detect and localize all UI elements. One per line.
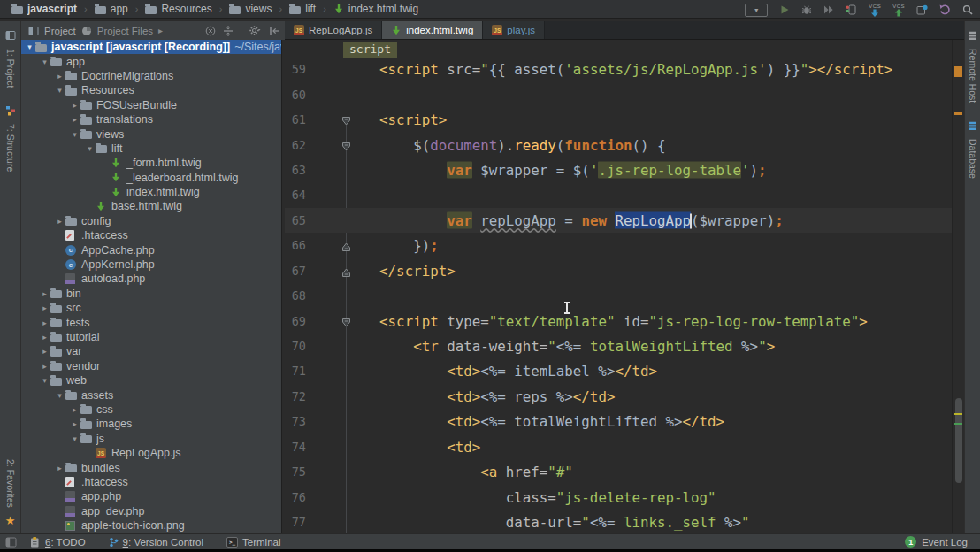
tree-item[interactable]: ▸tutorial [21, 330, 281, 344]
stripe-button-1-project[interactable]: 1: Project [5, 28, 16, 88]
tree-item[interactable]: ▸bin [21, 287, 281, 301]
tree-item[interactable]: autoload.php [21, 272, 281, 286]
tool-window-switcher-icon[interactable] [5, 537, 17, 548]
statusbar-terminal-button[interactable]: >_Terminal [226, 535, 280, 549]
code-line[interactable]: 65 var repLogApp = new RepLogApp($wrappe… [285, 208, 952, 233]
tree-chevron-icon[interactable]: ▾ [84, 144, 96, 153]
tree-chevron-icon[interactable]: ▸ [54, 464, 65, 472]
breadcrumb-item[interactable]: app [92, 2, 131, 16]
search-button[interactable] [962, 3, 973, 17]
tree-chevron-icon[interactable]: ▾ [69, 434, 80, 443]
breadcrumb-item[interactable]: javascript [9, 2, 80, 16]
collapse-icon[interactable] [205, 25, 216, 37]
hide-icon[interactable] [269, 25, 279, 37]
tree-item[interactable]: ▾web [21, 373, 281, 387]
green-mark[interactable] [954, 423, 962, 425]
tree-chevron-icon[interactable]: ▸ [39, 318, 50, 327]
tree-item[interactable]: .htaccess [21, 475, 281, 489]
code-line[interactable]: 68 [285, 283, 952, 308]
tree-item[interactable]: ▾lift [21, 142, 281, 156]
tree-chevron-icon[interactable]: ▾ [24, 42, 35, 51]
tree-item[interactable]: ▾assets [21, 387, 281, 402]
tree-item[interactable]: ▸translations [21, 112, 281, 126]
error-stripe-scrollbar[interactable] [952, 40, 964, 533]
tree-item[interactable]: ▸DoctrineMigrations [21, 69, 281, 83]
chevron-right-icon[interactable]: ▸ [158, 26, 163, 35]
tree-item[interactable]: ▸css [21, 402, 281, 417]
code-line[interactable]: 59 <script src="{{ asset('assets/js/RepL… [285, 57, 952, 81]
tree-chevron-icon[interactable]: ▸ [39, 303, 50, 312]
tree-chevron-icon[interactable]: ▸ [39, 362, 50, 371]
tree-item[interactable]: _form.html.twig [21, 156, 281, 170]
tree-item[interactable]: base.html.twig [21, 199, 281, 213]
statusbar-todo-button[interactable]: 6: TODO [29, 535, 86, 549]
tree-chevron-icon[interactable]: ▸ [39, 347, 50, 356]
run-button[interactable] [779, 3, 790, 17]
tree-item[interactable]: JSRepLogApp.js [21, 446, 281, 460]
tree-item[interactable]: ▾views [21, 126, 281, 141]
tree-chevron-icon[interactable]: ▸ [54, 72, 65, 80]
stripe-button-database[interactable]: Database [968, 119, 978, 179]
breadcrumb-item[interactable]: index.html.twig [331, 2, 421, 16]
code-line[interactable]: 76 class="js-delete-rep-log" [285, 484, 952, 509]
fold-marker-icon[interactable] [341, 140, 351, 150]
coverage-button[interactable] [823, 3, 834, 17]
settings-icon[interactable] [249, 25, 262, 37]
tree-item[interactable]: ▸config [21, 214, 281, 228]
code-line[interactable]: 73 <td><%= totalWeightLifted %></td> [285, 409, 952, 433]
collapse-all-icon[interactable] [223, 25, 234, 37]
tree-chevron-icon[interactable]: ▾ [69, 130, 80, 139]
tab-play.js[interactable]: JSplay.js [483, 21, 545, 39]
code-line[interactable]: 64 [285, 182, 952, 207]
fold-marker-icon[interactable] [341, 265, 351, 276]
tree-item[interactable]: cAppKernel.php [21, 257, 281, 272]
stripe-button-remote-host[interactable]: Remote Host [968, 28, 978, 103]
tree-chevron-icon[interactable]: ▸ [39, 289, 50, 298]
tree-chevron-icon[interactable]: ▾ [39, 376, 50, 385]
tree-chevron-icon[interactable]: ▸ [54, 217, 65, 226]
tree-item[interactable]: .htaccess [21, 228, 281, 242]
breadcrumb-item[interactable]: views [226, 2, 274, 16]
code-line[interactable]: 75 <a href="#" [285, 459, 952, 484]
code-line[interactable]: 72 <td><%= reps %></td> [285, 384, 952, 409]
tree-item[interactable]: ▸images [21, 417, 281, 431]
tree-chevron-icon[interactable]: ▾ [54, 391, 65, 400]
tab-RepLogApp.js[interactable]: JSRepLogApp.js [285, 21, 382, 39]
tree-item[interactable]: ▸bundles [21, 460, 281, 474]
tree-item[interactable]: ▾Resources [21, 83, 281, 97]
tree-chevron-icon[interactable]: ▸ [39, 333, 50, 341]
yellow-mark[interactable] [954, 413, 962, 415]
code-line[interactable]: 61 <script> [285, 107, 952, 132]
event-log-button[interactable]: 1 Event Log [905, 536, 980, 548]
tree-item[interactable]: ▸vendor [21, 359, 281, 373]
stripe-button-7-structure[interactable]: 7: Structure [5, 104, 16, 172]
tree-chevron-icon[interactable]: ▸ [69, 405, 80, 414]
warning-mark[interactable] [954, 112, 962, 115]
tree-item[interactable]: apple-touch-icon.png [21, 518, 281, 533]
tree-item[interactable]: app.php [21, 489, 281, 503]
code-line[interactable]: 69 <script type="text/template" id="js-r… [285, 308, 952, 333]
code-line[interactable]: 71 <td><%= itemLabel %></td> [285, 358, 952, 383]
fold-marker-icon[interactable] [341, 316, 351, 326]
code-line[interactable]: 77 data-url="<%= links._self %>" [285, 510, 952, 533]
tree-item[interactable]: _leaderboard.html.twig [21, 171, 281, 185]
tab-index.html.twig[interactable]: index.html.twig [382, 21, 483, 39]
deploy-button[interactable] [846, 3, 857, 17]
tree-item[interactable]: ▸FOSUserBundle [21, 98, 281, 112]
warning-mark[interactable] [954, 66, 962, 77]
tree-item[interactable]: ▾javascript [javascript [Recording]]~/Si… [21, 40, 281, 54]
tree-item[interactable]: ▸var [21, 344, 281, 358]
code-line[interactable]: 74 <td> [285, 434, 952, 459]
editor[interactable]: script 59 <script src="{{ asset('assets/… [285, 40, 952, 533]
tree-chevron-icon[interactable]: ▾ [54, 86, 65, 95]
tree-item[interactable]: cAppCache.php [21, 242, 281, 257]
code-line[interactable]: 63 var $wrapper = $('.js-rep-log-table')… [285, 157, 952, 182]
tree-chevron-icon[interactable]: ▾ [39, 58, 50, 66]
rollback-button[interactable] [939, 3, 951, 17]
vcs-commit-button[interactable]: VCS [892, 3, 905, 17]
tree-item[interactable]: ▸src [21, 301, 281, 315]
code-line[interactable]: 60 [285, 81, 952, 106]
code-line[interactable]: 67 </script> [285, 258, 952, 283]
breadcrumb-item[interactable]: Resources [142, 2, 214, 16]
tree-chevron-icon[interactable]: ▸ [69, 115, 80, 124]
